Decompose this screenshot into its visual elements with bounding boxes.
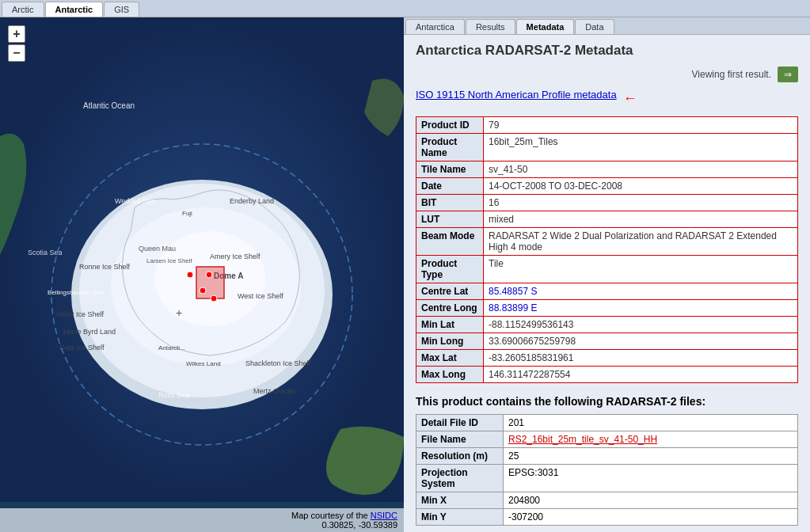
tab-results[interactable]: Results: [466, 19, 515, 34]
table-cell-value: 85.48857 S: [484, 283, 798, 300]
table-cell-key: Centre Long: [416, 300, 484, 317]
svg-text:Atlantic Ocean: Atlantic Ocean: [83, 101, 135, 110]
svg-text:Ross Sea: Ross Sea: [158, 391, 189, 399]
table-cell-value: 146.311472287554: [484, 367, 798, 383]
svg-text:Shackleton Ice Shelf: Shackleton Ice Shelf: [245, 359, 311, 367]
files-table: Detail File ID201File NameRS2_16bit_25m_…: [416, 414, 798, 526]
table-cell-value: 33.69006675259798: [484, 333, 798, 350]
files-cell-value: 204800: [504, 492, 798, 509]
files-cell-value: EPSG:3031: [504, 465, 798, 492]
table-row: LUTmixed: [416, 211, 798, 228]
top-nav: Arctic Antarctic GIS: [0, 0, 810, 17]
svg-point-29: [206, 272, 212, 278]
table-row: Detail File ID201: [416, 415, 798, 431]
table-row: Product Name16bit_25m_Tiles: [416, 134, 798, 162]
metadata-table: Product ID79Product Name16bit_25m_TilesT…: [416, 116, 798, 383]
map-footer: Map courtesy of the NSIDC 0.30825, -30.5…: [0, 508, 404, 532]
table-row: Date14-OCT-2008 TO 03-DEC-2008: [416, 178, 798, 195]
table-cell-value: 88.83899 E: [484, 300, 798, 317]
table-cell-value: -88.1152499536143: [484, 317, 798, 333]
viewing-row: Viewing first result.: [416, 66, 798, 82]
files-cell-value: 25: [504, 448, 798, 465]
files-cell-key: File Name: [416, 431, 504, 448]
table-row: Resolution (m)25: [416, 448, 798, 465]
map-courtesy-text: Map courtesy of the: [291, 511, 371, 520]
table-cell-key: Product Type: [416, 256, 484, 283]
table-cell-key: Tile Name: [416, 162, 484, 178]
tab-antarctica[interactable]: Antarctica: [405, 19, 465, 34]
table-cell-key: Centre Lat: [416, 283, 484, 300]
files-cell-key: Detail File ID: [416, 415, 504, 431]
table-row: Product ID79: [416, 117, 798, 134]
meta-content: Antarctica RADARSAT-2 Metadata Viewing f…: [404, 35, 810, 532]
svg-text:+: +: [176, 306, 182, 319]
meta-panel: Antarctica Results Metadata Data Antarct…: [404, 17, 810, 532]
table-cell-key: Max Lat: [416, 350, 484, 367]
svg-point-31: [211, 295, 217, 302]
table-cell-value: RADARSAT 2 Wide 2 Dual Polarization and …: [484, 228, 798, 256]
svg-text:Queen Mau: Queen Mau: [139, 245, 176, 253]
table-cell-key: Min Lat: [416, 317, 484, 333]
zoom-in-button[interactable]: +: [8, 25, 25, 43]
tab-arctic[interactable]: Arctic: [2, 2, 44, 17]
table-cell-value: -83.2605185831961: [484, 350, 798, 367]
svg-text:Wilkes Land: Wilkes Land: [186, 360, 221, 367]
tab-data[interactable]: Data: [575, 19, 614, 34]
svg-text:Antarcti...: Antarcti...: [158, 344, 185, 352]
table-cell-key: LUT: [416, 211, 484, 228]
files-cell-key: Min Y: [416, 509, 504, 526]
table-cell-value: mixed: [484, 211, 798, 228]
svg-text:Weddell Sea: Weddell Sea: [115, 197, 155, 205]
table-row: Tile Namesv_41-50: [416, 162, 798, 178]
table-row: Max Long146.311472287554: [416, 367, 798, 383]
svg-text:Enderby Land: Enderby Land: [230, 197, 274, 205]
table-cell-key: BIT: [416, 195, 484, 211]
files-cell-value: 201: [504, 415, 798, 431]
table-row: Product TypeTile: [416, 256, 798, 283]
files-cell-value: -307200: [504, 509, 798, 526]
table-cell-value: Tile: [484, 256, 798, 283]
table-cell-value: 79: [484, 117, 798, 134]
svg-text:Marie Byrd Land: Marie Byrd Land: [63, 328, 116, 336]
table-cell-value: 16: [484, 195, 798, 211]
map-panel: + −: [0, 17, 404, 532]
svg-text:Getz Ice Shelf: Getz Ice Shelf: [59, 344, 105, 352]
nsidc-link[interactable]: NSIDC: [371, 511, 397, 520]
table-cell-key: Product Name: [416, 134, 484, 162]
table-cell-key: Min Long: [416, 333, 484, 350]
svg-text:Mertz Glacier: Mertz Glacier: [253, 387, 296, 395]
table-row: Min Lat-88.1152499536143: [416, 317, 798, 333]
svg-point-28: [187, 272, 193, 278]
page-title: Antarctica RADARSAT-2 Metadata: [416, 43, 798, 59]
arrow-icon: ←: [623, 90, 637, 107]
table-cell-value: sv_41-50: [484, 162, 798, 178]
table-cell-value: 14-OCT-2008 TO 03-DEC-2008: [484, 178, 798, 195]
tab-metadata[interactable]: Metadata: [516, 19, 575, 34]
table-cell-key: Product ID: [416, 117, 484, 134]
svg-text:Abbot Ice Shelf: Abbot Ice Shelf: [55, 310, 105, 318]
table-cell-value: 16bit_25m_Tiles: [484, 134, 798, 162]
main-layout: + −: [0, 17, 810, 532]
right-tabs: Antarctica Results Metadata Data: [404, 17, 810, 35]
svg-point-30: [200, 287, 206, 294]
iso-link[interactable]: ISO 19115 North American Profile metadat…: [416, 89, 617, 101]
tab-antarctic[interactable]: Antarctic: [45, 2, 104, 17]
files-cell-value[interactable]: RS2_16bit_25m_tile_sv_41-50_HH: [504, 431, 798, 448]
zoom-out-button[interactable]: −: [8, 44, 25, 62]
table-row: Min Y-307200: [416, 509, 798, 526]
svg-text:West Ice Shelf: West Ice Shelf: [238, 292, 283, 300]
svg-text:Larsen Ice Shelf: Larsen Ice Shelf: [146, 257, 193, 264]
table-cell-key: Beam Mode: [416, 228, 484, 256]
map-svg: Atlantic Ocean Weddell Sea Ross Sea Scot…: [0, 17, 404, 502]
files-cell-key: Resolution (m): [416, 448, 504, 465]
svg-text:Bellingshausen Sea: Bellingshausen Sea: [48, 289, 104, 296]
table-row: Beam ModeRADARSAT 2 Wide 2 Dual Polariza…: [416, 228, 798, 256]
map-coordinates: 0.30825, -30.59389: [322, 520, 397, 530]
table-row: Max Lat-83.2605185831961: [416, 350, 798, 367]
viewing-text: Viewing first result.: [692, 69, 771, 80]
next-result-button[interactable]: [778, 66, 798, 82]
table-row: Min X204800: [416, 492, 798, 509]
table-row: Centre Long88.83899 E: [416, 300, 798, 317]
tab-gis[interactable]: GIS: [104, 2, 139, 17]
files-cell-key: Min X: [416, 492, 504, 509]
